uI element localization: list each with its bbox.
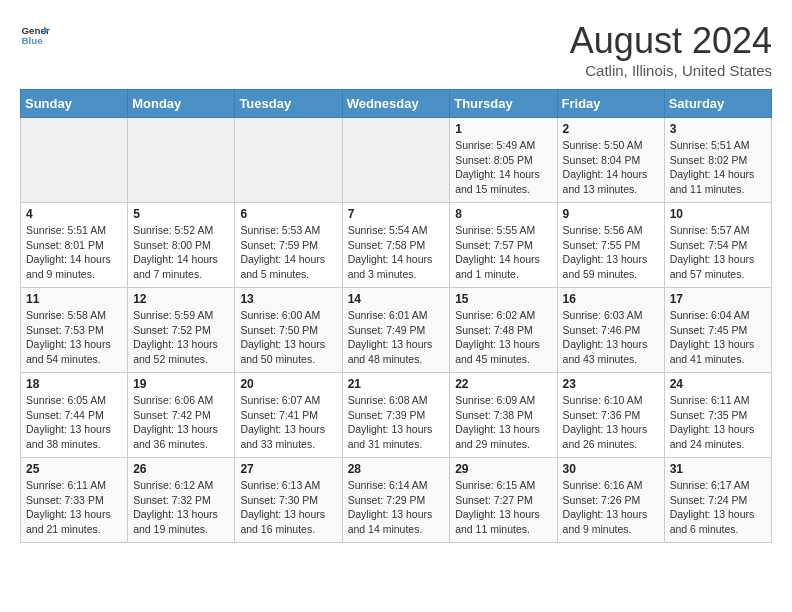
- day-info: Sunrise: 6:00 AM Sunset: 7:50 PM Dayligh…: [240, 308, 336, 367]
- day-number: 9: [563, 207, 659, 221]
- day-number: 15: [455, 292, 551, 306]
- day-number: 1: [455, 122, 551, 136]
- calendar-cell: 15Sunrise: 6:02 AM Sunset: 7:48 PM Dayli…: [450, 288, 557, 373]
- day-number: 26: [133, 462, 229, 476]
- day-info: Sunrise: 6:06 AM Sunset: 7:42 PM Dayligh…: [133, 393, 229, 452]
- day-number: 19: [133, 377, 229, 391]
- calendar-cell: 4Sunrise: 5:51 AM Sunset: 8:01 PM Daylig…: [21, 203, 128, 288]
- logo: General Blue: [20, 20, 50, 50]
- calendar-cell: 28Sunrise: 6:14 AM Sunset: 7:29 PM Dayli…: [342, 458, 450, 543]
- calendar-cell: 14Sunrise: 6:01 AM Sunset: 7:49 PM Dayli…: [342, 288, 450, 373]
- calendar-cell: 10Sunrise: 5:57 AM Sunset: 7:54 PM Dayli…: [664, 203, 771, 288]
- day-number: 27: [240, 462, 336, 476]
- day-number: 12: [133, 292, 229, 306]
- day-info: Sunrise: 6:17 AM Sunset: 7:24 PM Dayligh…: [670, 478, 766, 537]
- day-number: 3: [670, 122, 766, 136]
- calendar-cell: 20Sunrise: 6:07 AM Sunset: 7:41 PM Dayli…: [235, 373, 342, 458]
- day-number: 11: [26, 292, 122, 306]
- calendar-cell: 27Sunrise: 6:13 AM Sunset: 7:30 PM Dayli…: [235, 458, 342, 543]
- calendar-cell: 8Sunrise: 5:55 AM Sunset: 7:57 PM Daylig…: [450, 203, 557, 288]
- logo-icon: General Blue: [20, 20, 50, 50]
- week-row-3: 11Sunrise: 5:58 AM Sunset: 7:53 PM Dayli…: [21, 288, 772, 373]
- calendar-cell: 6Sunrise: 5:53 AM Sunset: 7:59 PM Daylig…: [235, 203, 342, 288]
- calendar-cell: 30Sunrise: 6:16 AM Sunset: 7:26 PM Dayli…: [557, 458, 664, 543]
- day-info: Sunrise: 6:09 AM Sunset: 7:38 PM Dayligh…: [455, 393, 551, 452]
- day-info: Sunrise: 5:49 AM Sunset: 8:05 PM Dayligh…: [455, 138, 551, 197]
- page-header: General Blue August 2024 Catlin, Illinoi…: [20, 20, 772, 79]
- calendar-cell: 24Sunrise: 6:11 AM Sunset: 7:35 PM Dayli…: [664, 373, 771, 458]
- day-number: 18: [26, 377, 122, 391]
- day-number: 24: [670, 377, 766, 391]
- col-monday: Monday: [128, 90, 235, 118]
- day-info: Sunrise: 5:54 AM Sunset: 7:58 PM Dayligh…: [348, 223, 445, 282]
- day-info: Sunrise: 6:05 AM Sunset: 7:44 PM Dayligh…: [26, 393, 122, 452]
- title-block: August 2024 Catlin, Illinois, United Sta…: [570, 20, 772, 79]
- day-number: 25: [26, 462, 122, 476]
- calendar-cell: 31Sunrise: 6:17 AM Sunset: 7:24 PM Dayli…: [664, 458, 771, 543]
- col-sunday: Sunday: [21, 90, 128, 118]
- calendar-cell: 2Sunrise: 5:50 AM Sunset: 8:04 PM Daylig…: [557, 118, 664, 203]
- day-number: 23: [563, 377, 659, 391]
- calendar-cell: 16Sunrise: 6:03 AM Sunset: 7:46 PM Dayli…: [557, 288, 664, 373]
- day-info: Sunrise: 6:10 AM Sunset: 7:36 PM Dayligh…: [563, 393, 659, 452]
- day-info: Sunrise: 6:16 AM Sunset: 7:26 PM Dayligh…: [563, 478, 659, 537]
- day-info: Sunrise: 6:03 AM Sunset: 7:46 PM Dayligh…: [563, 308, 659, 367]
- day-number: 8: [455, 207, 551, 221]
- day-info: Sunrise: 5:52 AM Sunset: 8:00 PM Dayligh…: [133, 223, 229, 282]
- calendar-cell: 26Sunrise: 6:12 AM Sunset: 7:32 PM Dayli…: [128, 458, 235, 543]
- col-thursday: Thursday: [450, 90, 557, 118]
- day-number: 16: [563, 292, 659, 306]
- day-number: 14: [348, 292, 445, 306]
- col-tuesday: Tuesday: [235, 90, 342, 118]
- day-info: Sunrise: 6:12 AM Sunset: 7:32 PM Dayligh…: [133, 478, 229, 537]
- day-info: Sunrise: 6:11 AM Sunset: 7:35 PM Dayligh…: [670, 393, 766, 452]
- day-info: Sunrise: 5:58 AM Sunset: 7:53 PM Dayligh…: [26, 308, 122, 367]
- day-number: 31: [670, 462, 766, 476]
- calendar-cell: 19Sunrise: 6:06 AM Sunset: 7:42 PM Dayli…: [128, 373, 235, 458]
- month-title: August 2024: [570, 20, 772, 62]
- day-number: 29: [455, 462, 551, 476]
- day-number: 5: [133, 207, 229, 221]
- col-wednesday: Wednesday: [342, 90, 450, 118]
- calendar-cell: 5Sunrise: 5:52 AM Sunset: 8:00 PM Daylig…: [128, 203, 235, 288]
- day-info: Sunrise: 6:04 AM Sunset: 7:45 PM Dayligh…: [670, 308, 766, 367]
- calendar-cell: 25Sunrise: 6:11 AM Sunset: 7:33 PM Dayli…: [21, 458, 128, 543]
- day-info: Sunrise: 5:51 AM Sunset: 8:01 PM Dayligh…: [26, 223, 122, 282]
- calendar-cell: 22Sunrise: 6:09 AM Sunset: 7:38 PM Dayli…: [450, 373, 557, 458]
- calendar-cell: [342, 118, 450, 203]
- calendar-cell: 3Sunrise: 5:51 AM Sunset: 8:02 PM Daylig…: [664, 118, 771, 203]
- day-info: Sunrise: 6:01 AM Sunset: 7:49 PM Dayligh…: [348, 308, 445, 367]
- calendar-cell: 1Sunrise: 5:49 AM Sunset: 8:05 PM Daylig…: [450, 118, 557, 203]
- calendar-cell: 29Sunrise: 6:15 AM Sunset: 7:27 PM Dayli…: [450, 458, 557, 543]
- calendar-cell: [128, 118, 235, 203]
- day-number: 28: [348, 462, 445, 476]
- day-number: 4: [26, 207, 122, 221]
- location: Catlin, Illinois, United States: [570, 62, 772, 79]
- day-number: 22: [455, 377, 551, 391]
- day-number: 10: [670, 207, 766, 221]
- day-info: Sunrise: 6:15 AM Sunset: 7:27 PM Dayligh…: [455, 478, 551, 537]
- calendar-cell: 17Sunrise: 6:04 AM Sunset: 7:45 PM Dayli…: [664, 288, 771, 373]
- calendar-cell: 21Sunrise: 6:08 AM Sunset: 7:39 PM Dayli…: [342, 373, 450, 458]
- calendar-cell: 18Sunrise: 6:05 AM Sunset: 7:44 PM Dayli…: [21, 373, 128, 458]
- day-info: Sunrise: 6:13 AM Sunset: 7:30 PM Dayligh…: [240, 478, 336, 537]
- day-info: Sunrise: 5:56 AM Sunset: 7:55 PM Dayligh…: [563, 223, 659, 282]
- week-row-4: 18Sunrise: 6:05 AM Sunset: 7:44 PM Dayli…: [21, 373, 772, 458]
- day-number: 30: [563, 462, 659, 476]
- day-info: Sunrise: 5:53 AM Sunset: 7:59 PM Dayligh…: [240, 223, 336, 282]
- day-number: 7: [348, 207, 445, 221]
- day-number: 20: [240, 377, 336, 391]
- calendar-cell: 11Sunrise: 5:58 AM Sunset: 7:53 PM Dayli…: [21, 288, 128, 373]
- calendar-cell: 12Sunrise: 5:59 AM Sunset: 7:52 PM Dayli…: [128, 288, 235, 373]
- day-info: Sunrise: 5:55 AM Sunset: 7:57 PM Dayligh…: [455, 223, 551, 282]
- day-number: 13: [240, 292, 336, 306]
- col-saturday: Saturday: [664, 90, 771, 118]
- day-number: 17: [670, 292, 766, 306]
- day-info: Sunrise: 5:50 AM Sunset: 8:04 PM Dayligh…: [563, 138, 659, 197]
- day-number: 6: [240, 207, 336, 221]
- calendar-cell: 13Sunrise: 6:00 AM Sunset: 7:50 PM Dayli…: [235, 288, 342, 373]
- calendar-table: Sunday Monday Tuesday Wednesday Thursday…: [20, 89, 772, 543]
- calendar-cell: 23Sunrise: 6:10 AM Sunset: 7:36 PM Dayli…: [557, 373, 664, 458]
- day-info: Sunrise: 6:11 AM Sunset: 7:33 PM Dayligh…: [26, 478, 122, 537]
- calendar-cell: [235, 118, 342, 203]
